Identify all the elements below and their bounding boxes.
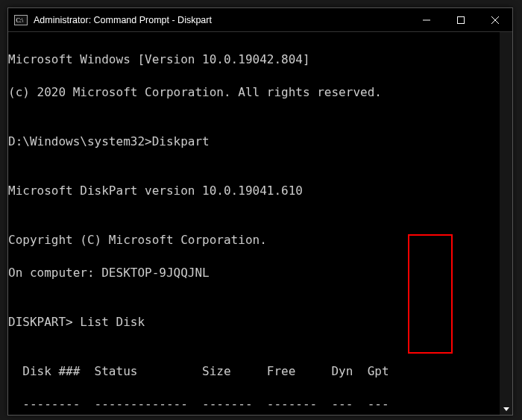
window-title: Administrator: Command Prompt - Diskpart	[34, 15, 409, 25]
output-line: On computer: DESKTOP-9JQQJNL	[8, 265, 508, 281]
titlebar[interactable]: C:\ Administrator: Command Prompt - Disk…	[8, 8, 512, 32]
svg-marker-6	[503, 407, 509, 411]
output-line: Microsoft DiskPart version 10.0.19041.61…	[8, 183, 508, 199]
window-controls	[409, 8, 512, 31]
prompt-line: DISKPART> List Disk	[8, 314, 508, 330]
svg-text:C:\: C:\	[16, 17, 25, 24]
output-line: (c) 2020 Microsoft Corporation. All righ…	[8, 84, 508, 101]
vertical-scrollbar[interactable]: ▲	[500, 32, 512, 415]
table-header: Disk ### Status Size Free Dyn Gpt	[8, 363, 508, 380]
cmd-icon: C:\	[14, 15, 28, 25]
command-prompt-window: C:\ Administrator: Command Prompt - Disk…	[7, 7, 513, 416]
scroll-down-arrow[interactable]	[500, 402, 512, 415]
svg-rect-3	[458, 16, 465, 23]
close-button[interactable]	[478, 8, 512, 31]
prompt-line: D:\Windows\system32>Diskpart	[8, 134, 508, 150]
table-divider: -------- ------------- ------- ------- -…	[8, 396, 508, 413]
output-line: Microsoft Windows [Version 10.0.19042.80…	[8, 51, 508, 68]
terminal-output[interactable]: Microsoft Windows [Version 10.0.19042.80…	[8, 32, 512, 415]
minimize-button[interactable]	[409, 8, 444, 31]
output-line: Copyright (C) Microsoft Corporation.	[8, 232, 508, 248]
maximize-button[interactable]	[444, 8, 478, 31]
gpt-column-highlight	[408, 234, 453, 354]
